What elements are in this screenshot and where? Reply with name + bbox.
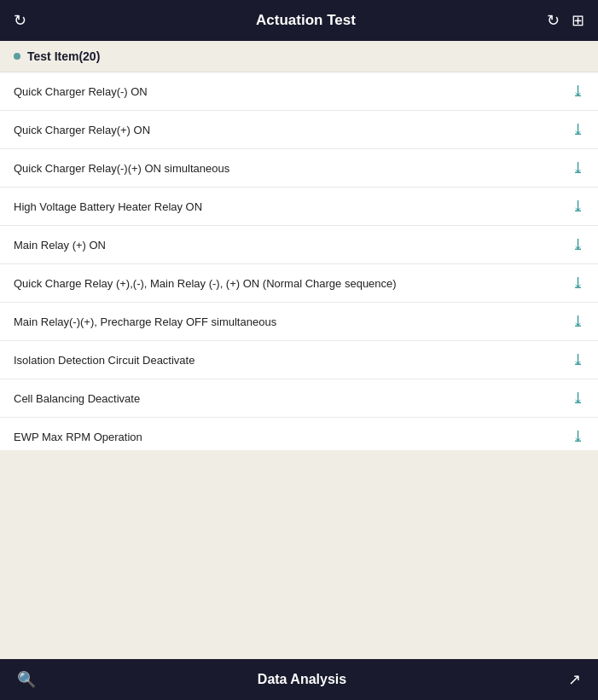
download-icon[interactable]: ⤓ [572, 235, 584, 254]
refresh-icon[interactable]: ↻ [14, 11, 26, 30]
list-item-text: Main Relay(-)(+), Precharge Relay OFF si… [14, 315, 572, 328]
list-item-text: EWP Max RPM Operation [14, 431, 572, 443]
refresh-header-icon[interactable]: ↻ [547, 11, 560, 30]
list-item[interactable]: Main Relay(-)(+), Precharge Relay OFF si… [0, 303, 598, 341]
download-icon[interactable]: ⤓ [572, 350, 584, 369]
download-icon[interactable]: ⤓ [572, 82, 584, 101]
download-icon[interactable]: ⤓ [572, 274, 584, 292]
list-item-text: Quick Charger Relay(+) ON [14, 124, 572, 136]
list-item[interactable]: Quick Charger Relay(+) ON ⤓ [0, 111, 598, 149]
download-icon[interactable]: ⤓ [572, 120, 584, 139]
main-content: Test Item(20) Quick Charger Relay(-) ON … [0, 41, 598, 659]
footer-title: Data Analysis [36, 672, 568, 687]
list-item-text: Isolation Detection Circuit Deactivate [14, 354, 572, 367]
section-dot [14, 53, 20, 60]
list-item[interactable]: Isolation Detection Circuit Deactivate ⤓ [0, 341, 598, 379]
list-item[interactable]: High Voltage Battery Heater Relay ON ⤓ [0, 188, 598, 226]
app-footer: 🔍 Data Analysis ↗ [0, 659, 598, 700]
list-item[interactable]: Quick Charger Relay(-) ON ⤓ [0, 72, 598, 111]
list-item-text: Cell Balancing Deactivate [14, 392, 572, 405]
download-icon[interactable]: ⤓ [572, 197, 584, 216]
test-item-list[interactable]: Test Item(20) Quick Charger Relay(-) ON … [0, 41, 598, 450]
list-item[interactable]: Cell Balancing Deactivate ⤓ [0, 379, 598, 418]
list-container: Quick Charger Relay(-) ON ⤓ Quick Charge… [0, 72, 598, 450]
arrow-icon[interactable]: ↗ [568, 670, 581, 689]
list-item[interactable]: Quick Charge Relay (+),(-), Main Relay (… [0, 264, 598, 303]
list-item-text: High Voltage Battery Heater Relay ON [14, 200, 572, 213]
download-icon[interactable]: ⤓ [572, 159, 584, 177]
section-header: Test Item(20) [0, 41, 598, 72]
list-item-text: Main Relay (+) ON [14, 239, 572, 252]
download-icon[interactable]: ⤓ [572, 427, 584, 446]
list-item-text: Quick Charge Relay (+),(-), Main Relay (… [14, 277, 572, 290]
list-item[interactable]: Main Relay (+) ON ⤓ [0, 226, 598, 264]
header-title: Actuation Test [65, 12, 547, 29]
list-item-text: Quick Charger Relay(-)(+) ON simultaneou… [14, 162, 572, 175]
download-icon[interactable]: ⤓ [572, 312, 584, 331]
list-item-text: Quick Charger Relay(-) ON [14, 85, 572, 98]
grid-icon[interactable]: ⊞ [572, 11, 584, 30]
section-label: Test Item(20) [27, 49, 100, 63]
app-header: ↻ Actuation Test ↻ ⊞ [0, 0, 598, 41]
search-icon[interactable]: 🔍 [17, 670, 36, 689]
download-icon[interactable]: ⤓ [572, 389, 584, 408]
list-item[interactable]: EWP Max RPM Operation ⤓ [0, 418, 598, 450]
list-item[interactable]: Quick Charger Relay(-)(+) ON simultaneou… [0, 149, 598, 188]
